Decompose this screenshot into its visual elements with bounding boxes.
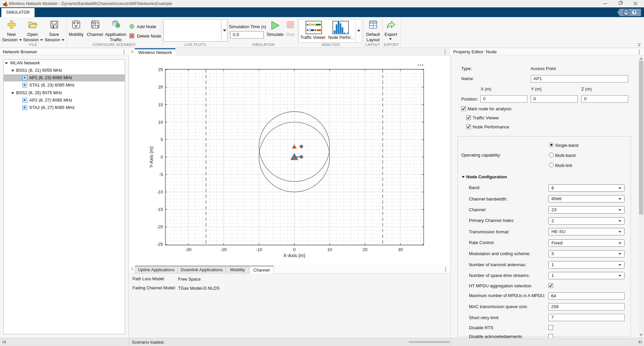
- svg-text:-20: -20: [157, 224, 163, 229]
- svg-text:0: 0: [293, 247, 296, 252]
- svg-text:20: 20: [158, 84, 163, 90]
- svg-text:10: 10: [158, 120, 163, 125]
- svg-text:20: 20: [363, 247, 367, 252]
- svg-text:15: 15: [158, 102, 163, 107]
- svg-text:?: ?: [633, 10, 636, 15]
- svg-text:25: 25: [158, 67, 163, 72]
- svg-text:-20: -20: [220, 247, 227, 252]
- svg-text:-5: -5: [159, 172, 163, 177]
- svg-text:-10: -10: [157, 189, 163, 194]
- svg-text:5: 5: [161, 137, 163, 142]
- svg-text:10: 10: [327, 247, 332, 252]
- svg-text:-15: -15: [157, 207, 163, 212]
- svg-text:-30: -30: [185, 247, 192, 252]
- svg-text:30: 30: [398, 247, 402, 252]
- svg-text:Y-Axis (m): Y-Axis (m): [149, 146, 154, 168]
- svg-text:X-Axis (m): X-Axis (m): [283, 253, 305, 258]
- svg-text:-10: -10: [256, 247, 262, 252]
- svg-text:0: 0: [161, 155, 163, 160]
- svg-text:-25: -25: [157, 242, 163, 247]
